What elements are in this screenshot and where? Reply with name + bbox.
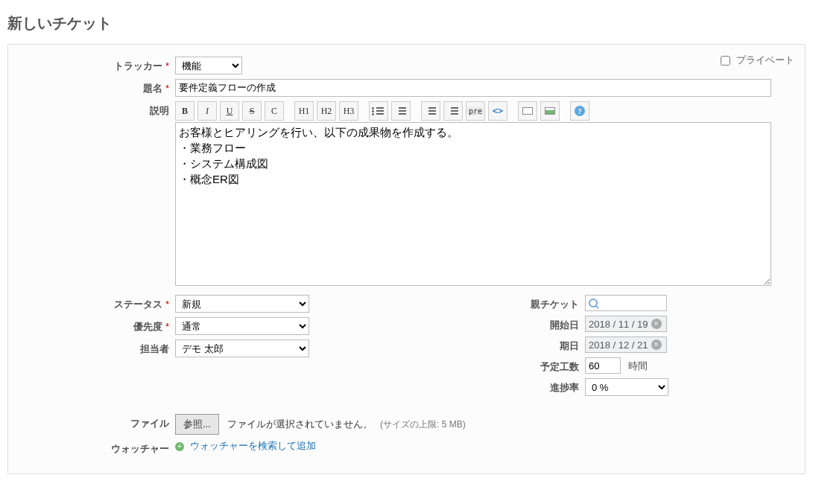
outdent-button[interactable] — [421, 101, 440, 121]
start-date-label: 開始日 — [369, 316, 585, 332]
assignee-select[interactable]: デモ 太郎 — [175, 339, 309, 357]
strike-button[interactable]: S — [242, 101, 262, 121]
subject-label: 題名 * — [19, 79, 175, 95]
page-title: 新しいチケット — [7, 13, 806, 34]
estimated-label: 予定工数 — [369, 357, 585, 374]
parent-label: 親チケット — [369, 295, 585, 311]
subject-input[interactable] — [175, 79, 771, 97]
parent-input[interactable] — [585, 295, 667, 311]
private-checkbox[interactable] — [721, 56, 730, 66]
image-green-button[interactable] — [540, 101, 560, 121]
done-ratio-select[interactable]: 0 % — [585, 378, 668, 396]
indent-button[interactable] — [443, 101, 463, 121]
start-date-input[interactable]: 2018 / 11 / 19 × — [585, 316, 667, 332]
pre-button[interactable]: pre — [466, 101, 485, 121]
done-ratio-label: 進捗率 — [369, 378, 585, 395]
underline-button[interactable]: U — [220, 101, 239, 121]
help-button[interactable]: ? — [570, 101, 589, 121]
estimated-input[interactable] — [585, 357, 621, 374]
private-label: プライベート — [736, 54, 794, 66]
watchers-label: ウォッチャー — [19, 439, 175, 456]
priority-select[interactable]: 通常 — [175, 317, 309, 335]
tracker-label: トラッカー * — [19, 57, 175, 73]
help-icon: ? — [575, 106, 585, 116]
h2-button[interactable]: H2 — [317, 101, 336, 121]
description-label: 説明 — [19, 101, 175, 118]
add-watcher-link[interactable]: ウォッチャーを検索して追加 — [190, 440, 316, 451]
h1-button[interactable]: H1 — [294, 101, 314, 121]
description-textarea[interactable] — [175, 122, 771, 286]
h3-button[interactable]: H3 — [339, 101, 358, 121]
due-date-input[interactable]: 2018 / 12 / 21 × — [585, 336, 667, 353]
inline-code-button[interactable]: C — [265, 101, 284, 121]
status-label: ステータス * — [19, 295, 175, 311]
assignee-label: 担当者 — [19, 339, 175, 356]
editor-toolbar: B I U S C H1 H2 H3 pre <> — [175, 101, 794, 121]
tracker-select[interactable]: 機能 — [175, 57, 242, 74]
ticket-form: プライベート トラッカー * 機能 題名 * 説明 B I U — [7, 44, 806, 474]
image-button[interactable] — [518, 101, 537, 121]
code-block-button[interactable]: <> — [488, 101, 507, 121]
clear-icon[interactable]: × — [651, 339, 662, 350]
estimated-unit: 時間 — [628, 360, 648, 371]
file-hint: (サイズの上限: 5 MB) — [380, 419, 466, 430]
file-status: ファイルが選択されていません。 — [227, 418, 373, 430]
file-browse-button[interactable]: 参照... — [175, 414, 219, 435]
status-select[interactable]: 新規 — [175, 295, 309, 313]
plus-icon: + — [175, 442, 184, 451]
search-icon — [589, 299, 598, 307]
priority-label: 優先度 * — [19, 317, 175, 334]
private-checkbox-wrap: プライベート — [718, 54, 794, 68]
due-date-label: 期日 — [369, 336, 585, 353]
ul-button[interactable] — [369, 101, 388, 121]
clear-icon[interactable]: × — [651, 319, 662, 329]
bold-button[interactable]: B — [175, 101, 194, 121]
ol-button[interactable] — [391, 101, 411, 121]
italic-button[interactable]: I — [197, 101, 217, 121]
files-label: ファイル — [19, 414, 175, 430]
